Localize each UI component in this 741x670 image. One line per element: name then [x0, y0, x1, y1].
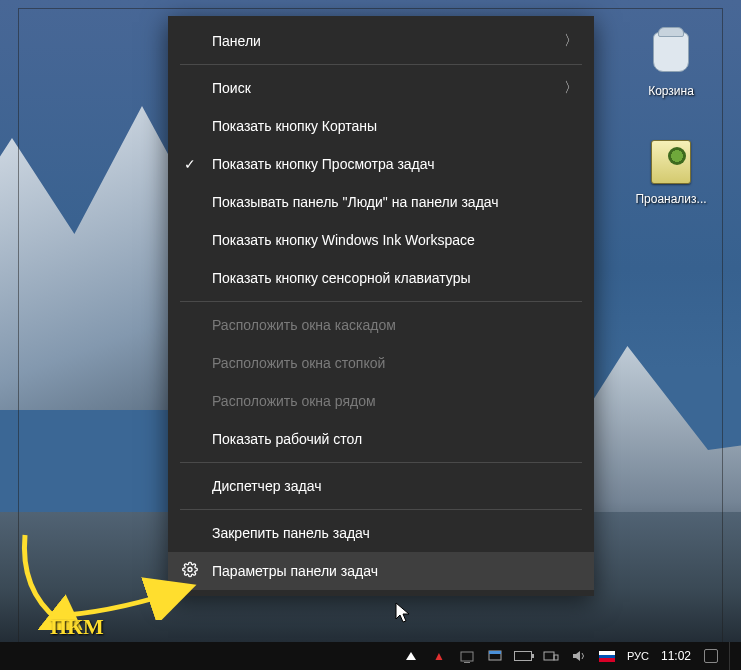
tray-icon[interactable]: [457, 646, 477, 666]
menu-label: Расположить окна стопкой: [212, 355, 385, 371]
menu-label: Параметры панели задач: [212, 563, 378, 579]
language-flag-icon[interactable]: [597, 646, 617, 666]
menu-item-cascade-windows: Расположить окна каскадом: [168, 306, 594, 344]
menu-item-panels[interactable]: Панели 〉: [168, 22, 594, 60]
desktop-icon-app[interactable]: Проанализ...: [629, 138, 713, 206]
menu-label: Расположить окна каскадом: [212, 317, 396, 333]
icon-label: Корзина: [629, 84, 713, 98]
icon-label: Проанализ...: [629, 192, 713, 206]
show-desktop-button[interactable]: [729, 642, 735, 670]
menu-separator: [180, 462, 582, 463]
menu-item-task-manager[interactable]: Диспетчер задач: [168, 467, 594, 505]
svg-rect-6: [554, 655, 558, 660]
battery-icon[interactable]: [513, 646, 533, 666]
menu-item-stack-windows: Расположить окна стопкой: [168, 344, 594, 382]
menu-separator: [180, 301, 582, 302]
tray-icon[interactable]: ▲: [429, 646, 449, 666]
menu-item-cortana-button[interactable]: Показать кнопку Кортаны: [168, 107, 594, 145]
menu-label: Диспетчер задач: [212, 478, 322, 494]
menu-label: Показать кнопку сенсорной клавиатуры: [212, 270, 471, 286]
notepad-app-icon: [651, 140, 691, 184]
menu-item-search[interactable]: Поиск 〉: [168, 69, 594, 107]
check-icon: ✓: [184, 156, 196, 172]
menu-label: Показать кнопку Кортаны: [212, 118, 377, 134]
network-icon[interactable]: [541, 646, 561, 666]
menu-label: Поиск: [212, 80, 251, 96]
menu-item-people-panel[interactable]: Показывать панель "Люди" на панели задач: [168, 183, 594, 221]
taskbar-context-menu: Панели 〉 Поиск 〉 Показать кнопку Кортаны…: [168, 16, 594, 596]
menu-item-taskbar-settings[interactable]: Параметры панели задач: [168, 552, 594, 590]
svg-rect-5: [544, 652, 554, 660]
tray-overflow-icon[interactable]: [401, 646, 421, 666]
clock[interactable]: 11:02: [661, 649, 691, 663]
menu-item-lock-taskbar[interactable]: Закрепить панель задач: [168, 514, 594, 552]
menu-label: Панели: [212, 33, 261, 49]
action-center-icon[interactable]: [701, 646, 721, 666]
menu-separator: [180, 64, 582, 65]
menu-separator: [180, 509, 582, 510]
menu-item-task-view-button[interactable]: ✓ Показать кнопку Просмотра задач: [168, 145, 594, 183]
menu-item-ink-workspace[interactable]: Показать кнопку Windows Ink Workspace: [168, 221, 594, 259]
annotation-arrow: [62, 570, 202, 620]
menu-label: Показывать панель "Люди" на панели задач: [212, 194, 499, 210]
language-indicator[interactable]: РУС: [627, 650, 649, 662]
svg-rect-2: [464, 662, 470, 663]
menu-label: Закрепить панель задач: [212, 525, 370, 541]
menu-label: Показать кнопку Windows Ink Workspace: [212, 232, 475, 248]
svg-rect-4: [489, 651, 501, 654]
chevron-right-icon: 〉: [564, 79, 578, 97]
menu-item-touch-keyboard[interactable]: Показать кнопку сенсорной клавиатуры: [168, 259, 594, 297]
svg-rect-1: [461, 652, 473, 661]
recycle-bin-icon: [653, 32, 689, 72]
volume-icon[interactable]: [569, 646, 589, 666]
menu-label: Расположить окна рядом: [212, 393, 376, 409]
taskbar[interactable]: ▲ РУС 11:02: [0, 642, 741, 670]
mouse-cursor-icon: [395, 602, 413, 626]
desktop-icon-recycle-bin[interactable]: Корзина: [629, 28, 713, 98]
chevron-right-icon: 〉: [564, 32, 578, 50]
menu-item-show-desktop[interactable]: Показать рабочий стол: [168, 420, 594, 458]
menu-label: Показать рабочий стол: [212, 431, 362, 447]
annotation-label: ПКМ: [50, 614, 104, 640]
tray-icon[interactable]: [485, 646, 505, 666]
menu-item-side-by-side: Расположить окна рядом: [168, 382, 594, 420]
menu-label: Показать кнопку Просмотра задач: [212, 156, 435, 172]
